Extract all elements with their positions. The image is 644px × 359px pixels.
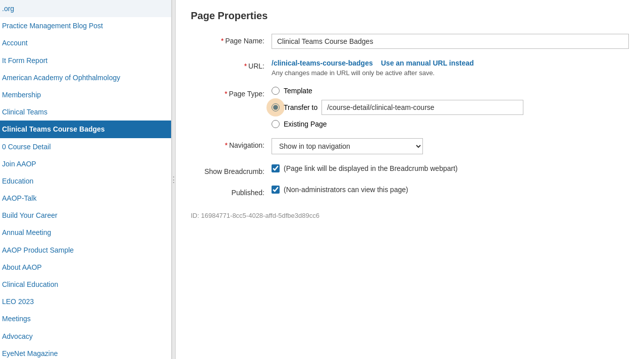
sidebar-item-advocacy[interactable]: Advocacy <box>0 328 171 345</box>
url-values: /clinical-teams-course-badges Use an man… <box>272 59 629 67</box>
published-control: (Non-administrators can view this page) <box>272 186 629 194</box>
sidebar-item-clinical-teams-course-badges[interactable]: Clinical Teams Course Badges <box>0 121 171 138</box>
url-row: *URL: /clinical-teams-course-badges Use … <box>191 59 629 77</box>
breadcrumb-control: (Page link will be displayed in the Brea… <box>272 164 629 172</box>
transfer-row: Transfer to <box>272 100 629 115</box>
breadcrumb-checkbox-label: (Page link will be displayed in the Brea… <box>284 164 458 172</box>
sidebar-item-annual-meeting[interactable]: Annual Meeting <box>0 224 171 241</box>
radio-template-input[interactable] <box>272 87 280 95</box>
sidebar-item-meetings[interactable]: Meetings <box>0 310 171 327</box>
breadcrumb-checkbox[interactable] <box>272 164 280 172</box>
breadcrumb-row: Show Breadcrumb: (Page link will be disp… <box>191 164 629 175</box>
sidebar-item-join-aaop[interactable]: Join AAOP <box>0 155 171 172</box>
navigation-control: Show in top navigationHide from navigati… <box>272 138 629 154</box>
transfer-to-input[interactable] <box>321 100 523 115</box>
sidebar-item-about-aaop[interactable]: About AAOP <box>0 259 171 276</box>
sidebar-item-leo-2023[interactable]: LEO 2023 <box>0 293 171 310</box>
required-star: * <box>221 37 224 45</box>
sidebar: .orgPractice Management Blog PostAccount… <box>0 0 172 359</box>
sidebar-item-clinical-education[interactable]: Clinical Education <box>0 276 171 293</box>
page-name-label: *Page Name: <box>191 34 272 45</box>
url-value: /clinical-teams-course-badges <box>272 59 373 67</box>
published-label: Published: <box>191 186 272 197</box>
page-name-row: *Page Name: <box>191 34 629 49</box>
page-name-input[interactable] <box>272 34 629 49</box>
main-content: Page Properties *Page Name: *URL: /clini… <box>176 0 644 359</box>
sidebar-item-education[interactable]: Education <box>0 172 171 190</box>
breadcrumb-label: Show Breadcrumb: <box>191 164 272 175</box>
url-manual-link[interactable]: Use an manual URL instead <box>381 59 474 67</box>
sidebar-list: .orgPractice Management Blog PostAccount… <box>0 0 171 359</box>
sidebar-item-it-form-report[interactable]: It Form Report <box>0 52 171 69</box>
page-type-label: *Page Type: <box>191 87 272 98</box>
radio-existing[interactable]: Existing Page <box>272 120 629 128</box>
navigation-label: *Navigation: <box>191 138 272 149</box>
sidebar-item-membership[interactable]: Membership <box>0 86 171 103</box>
url-control: /clinical-teams-course-badges Use an man… <box>272 59 629 77</box>
sidebar-item-build-your-career[interactable]: Build Your Career <box>0 207 171 224</box>
radio-group: Template Transfer to Existing Page <box>272 87 629 128</box>
resize-handle[interactable] <box>172 0 176 359</box>
page-name-control <box>272 34 629 49</box>
required-star-url: * <box>244 62 247 70</box>
page-properties-title: Page Properties <box>191 10 629 22</box>
published-checkbox[interactable] <box>272 186 280 194</box>
sidebar-item-clinical-teams[interactable]: Clinical Teams <box>0 103 171 121</box>
sidebar-item-american-academy[interactable]: American Academy of Ophthalmology <box>0 69 171 86</box>
radio-template-label: Template <box>284 87 312 95</box>
sidebar-item-aaop-product-sample[interactable]: AAOP Product Sample <box>0 242 171 259</box>
published-row: Published: (Non-administrators can view … <box>191 186 629 197</box>
required-star-nav: * <box>225 141 228 149</box>
published-checkbox-label: (Non-administrators can view this page) <box>284 186 408 194</box>
sidebar-item-org[interactable]: .org <box>0 0 171 17</box>
url-note: Any changes made in URL will only be act… <box>272 69 629 77</box>
radio-template[interactable]: Template <box>272 87 629 95</box>
sidebar-item-course-detail[interactable]: 0 Course Detail <box>0 138 171 155</box>
url-label: *URL: <box>191 59 272 70</box>
radio-transfer-highlight <box>272 103 280 111</box>
sidebar-item-practice-mgmt[interactable]: Practice Management Blog Post <box>0 17 171 34</box>
published-checkbox-row: (Non-administrators can view this page) <box>272 186 629 194</box>
navigation-row: *Navigation: Show in top navigationHide … <box>191 138 629 154</box>
page-type-control: Template Transfer to Existing Page <box>272 87 629 128</box>
radio-transfer-label: Transfer to <box>284 103 317 111</box>
sidebar-item-aaop-talk[interactable]: AAOP-Talk <box>0 190 171 207</box>
radio-transfer-input[interactable] <box>272 103 280 111</box>
breadcrumb-checkbox-row: (Page link will be displayed in the Brea… <box>272 164 629 172</box>
navigation-select[interactable]: Show in top navigationHide from navigati… <box>272 138 423 154</box>
sidebar-item-eyenet-magazine[interactable]: EyeNet Magazine <box>0 345 171 359</box>
radio-existing-input[interactable] <box>272 120 280 128</box>
sidebar-item-account[interactable]: Account <box>0 34 171 51</box>
page-type-row: *Page Type: Template Transfer to <box>191 87 629 128</box>
required-star-type: * <box>225 90 227 98</box>
radio-existing-label: Existing Page <box>284 120 327 128</box>
id-footer: ID: 16984771-8cc5-4028-affd-5dfbe3d89cc6 <box>191 212 629 219</box>
radio-transfer[interactable]: Transfer to <box>272 103 317 111</box>
